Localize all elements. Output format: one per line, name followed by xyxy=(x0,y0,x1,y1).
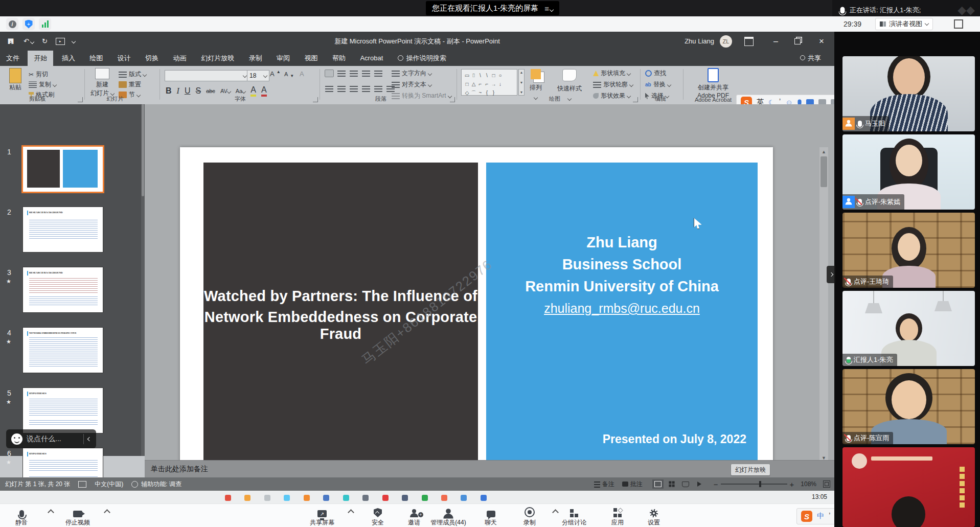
strikethrough-button[interactable]: S xyxy=(195,86,201,96)
minimize-button[interactable]: – xyxy=(773,37,778,46)
share-options-caret[interactable] xyxy=(348,509,354,516)
cut-button[interactable]: ✂剪切 xyxy=(29,70,48,79)
sidebar-collapse-handle[interactable] xyxy=(827,266,835,283)
tab-help[interactable]: 帮助 xyxy=(326,51,352,66)
mute-button[interactable]: 静音 xyxy=(0,506,43,527)
slide-thumbnail-4[interactable]: NETWORK EMBEDDEDNESS PERSPECTIVE xyxy=(23,328,103,373)
avatar[interactable]: ZL xyxy=(720,35,732,48)
accessibility-status[interactable]: 辅助功能: 调查 xyxy=(141,480,181,489)
fullscreen-button[interactable] xyxy=(954,19,963,29)
breakout-rooms-button[interactable]: 分组讨论 xyxy=(553,506,596,527)
collapse-chat-icon[interactable] xyxy=(87,437,92,441)
tab-insert[interactable]: 插入 xyxy=(56,51,81,66)
manage-members-button[interactable]: 管理成员(44) xyxy=(427,506,470,527)
chat-quick-input[interactable]: 说点什么... xyxy=(6,429,96,448)
video-options-caret[interactable] xyxy=(104,509,110,516)
participant-video-tile[interactable] xyxy=(842,447,975,527)
zoom-in-button[interactable]: + xyxy=(790,480,794,489)
text-direction-button[interactable]: 文字方向 xyxy=(392,69,431,78)
align-left-icon[interactable] xyxy=(325,85,333,92)
slide-thumbnail-2[interactable]: RESEARCH BACKGROUND xyxy=(23,207,103,252)
align-text-button[interactable]: 对齐文本 xyxy=(392,80,431,89)
slide-sorter-view-button[interactable] xyxy=(666,479,677,489)
tab-draw[interactable]: 绘图 xyxy=(83,51,109,66)
sogou-logo-icon[interactable]: S xyxy=(801,511,812,522)
tell-me-search[interactable]: 操作说明搜索 xyxy=(392,51,452,66)
zoom-level[interactable]: 108% xyxy=(801,480,816,488)
drawing-dialog-launcher[interactable] xyxy=(633,97,638,102)
participant-video-tile[interactable]: 马玉阳 xyxy=(842,56,975,131)
save-icon[interactable]: 🖪 xyxy=(7,37,14,45)
close-button[interactable]: × xyxy=(819,36,824,47)
stop-video-button[interactable]: 停止视频 xyxy=(56,506,99,527)
slide-thumbnail-1[interactable] xyxy=(23,147,103,192)
participant-video-tile[interactable]: 点评-王琦琦 xyxy=(842,213,975,288)
slideshow-view-button[interactable] xyxy=(694,479,705,489)
tab-transitions[interactable]: 切换 xyxy=(139,51,165,66)
italic-button[interactable]: I xyxy=(177,86,179,96)
tab-record[interactable]: 录制 xyxy=(243,51,268,66)
clear-format-button[interactable]: A xyxy=(300,70,304,78)
find-button[interactable]: 查找 xyxy=(645,69,666,78)
tab-view[interactable]: 视图 xyxy=(299,51,324,66)
slide-vertical-scrollbar[interactable]: ▲ ▼ ⇞ ⇟ xyxy=(819,147,828,483)
chat-input-placeholder[interactable]: 说点什么... xyxy=(27,434,61,444)
numbering-icon[interactable] xyxy=(337,70,346,77)
zoom-slider[interactable] xyxy=(721,484,787,485)
new-slide-button[interactable]: 新建 幻灯片 xyxy=(89,68,115,98)
shapes-gallery-scroll[interactable]: ▲▼▼ xyxy=(518,69,525,96)
font-size-combobox[interactable]: 18 xyxy=(247,70,269,81)
notes-toggle[interactable]: 备注 xyxy=(594,480,614,489)
ribbon-display-options-icon[interactable] xyxy=(744,37,754,46)
slide-thumbnail-5[interactable]: HYPOTHESES xyxy=(23,388,103,433)
participant-video-tile[interactable]: 点评-朱紫嫣 xyxy=(842,134,975,210)
qat-more-icon[interactable] xyxy=(72,39,76,43)
start-slideshow-icon[interactable]: ▸ xyxy=(56,38,65,45)
abc-strike-icon[interactable]: abc xyxy=(206,88,215,94)
tab-file[interactable]: 文件 xyxy=(0,51,26,66)
slide-title-textbox[interactable]: Watched by Partners: The Influence of Ne… xyxy=(203,163,478,467)
grow-font-button[interactable]: A▲ xyxy=(270,70,281,78)
line-spacing-icon[interactable] xyxy=(374,70,382,77)
paste-button[interactable]: 粘贴 xyxy=(5,68,26,92)
record-button[interactable]: 录制 xyxy=(508,506,551,527)
tab-design[interactable]: 设计 xyxy=(111,51,137,66)
paragraph-dialog-launcher[interactable] xyxy=(450,97,455,102)
zoom-out-button[interactable]: − xyxy=(714,480,718,489)
view-mode-dropdown[interactable]: 演讲者视图 xyxy=(875,18,933,30)
slide-thumbnail-3[interactable]: RESEARCH BACKGROUND xyxy=(23,267,103,312)
punctuation-icon[interactable]: ’ xyxy=(829,512,831,521)
tab-animations[interactable]: 动画 xyxy=(167,51,193,66)
tab-review[interactable]: 审阅 xyxy=(270,51,296,66)
network-quality-button[interactable] xyxy=(39,18,51,30)
display-settings-icon[interactable] xyxy=(78,481,86,488)
bullets-icon[interactable] xyxy=(325,70,333,77)
emoji-icon[interactable] xyxy=(11,433,22,445)
bold-button[interactable]: B xyxy=(166,86,172,96)
shape-fill-button[interactable]: 形状填充 xyxy=(593,69,630,78)
banner-menu-icon[interactable]: ≡ xyxy=(544,4,553,13)
copy-button[interactable]: 复制 xyxy=(29,80,56,89)
scrollbar-thumb[interactable] xyxy=(821,156,827,187)
tab-acrobat[interactable]: Acrobat xyxy=(354,51,389,65)
tab-slideshow[interactable]: 幻灯片放映 xyxy=(195,51,240,66)
replace-button[interactable]: ab替换 xyxy=(645,80,671,89)
shape-effects-button[interactable]: 形状效果 xyxy=(593,91,630,100)
redo-button[interactable]: ↻ xyxy=(42,37,48,45)
change-case-button[interactable]: Aa xyxy=(236,88,245,94)
shrink-font-button[interactable]: A▼ xyxy=(284,71,294,77)
meeting-info-button[interactable]: i xyxy=(6,18,18,30)
font-dialog-launcher[interactable] xyxy=(313,97,318,102)
fit-to-window-icon[interactable] xyxy=(823,480,830,488)
thumbnail-panel-scrollbar-thumb[interactable] xyxy=(142,104,144,196)
scroll-up-icon[interactable]: ▲ xyxy=(819,147,828,156)
justify-icon[interactable] xyxy=(362,85,370,92)
slide-author-textbox[interactable]: Zhu Liang Business School Renmin Univers… xyxy=(486,163,758,468)
ime-language-toggle[interactable]: 中 xyxy=(817,512,824,521)
adobe-pdf-button[interactable]: 创建并共享 Adobe PDF xyxy=(690,68,736,99)
share-button[interactable]: 共享 xyxy=(794,51,827,66)
comments-toggle[interactable]: 批注 xyxy=(622,480,643,489)
reading-view-button[interactable] xyxy=(680,479,691,489)
account-name[interactable]: Zhu Liang xyxy=(685,37,714,45)
underline-button[interactable]: U xyxy=(185,86,191,96)
